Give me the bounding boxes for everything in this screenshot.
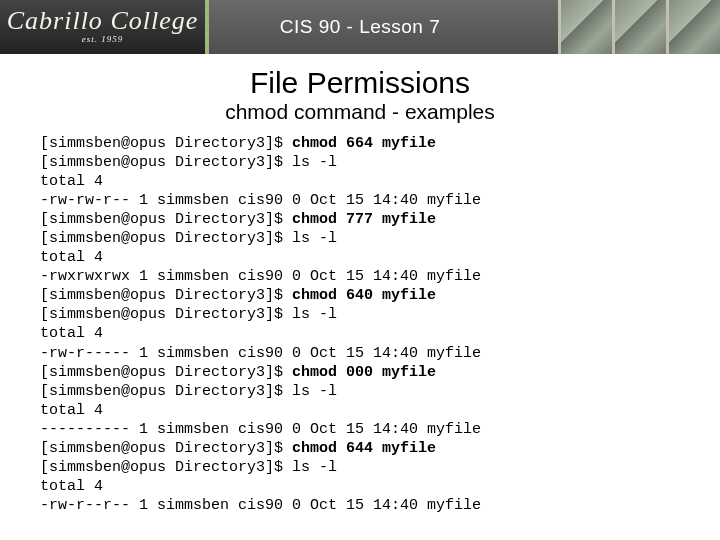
terminal-line: total 4 xyxy=(40,324,680,343)
terminal-line: [simmsben@opus Directory3]$ ls -l xyxy=(40,153,680,172)
terminal-line: -rw-rw-r-- 1 simmsben cis90 0 Oct 15 14:… xyxy=(40,191,680,210)
terminal-line: total 4 xyxy=(40,172,680,191)
terminal-line: ---------- 1 simmsben cis90 0 Oct 15 14:… xyxy=(40,420,680,439)
terminal-line: [simmsben@opus Directory3]$ chmod 640 my… xyxy=(40,286,680,305)
logo-text-2: College xyxy=(110,6,198,35)
terminal-line: [simmsben@opus Directory3]$ ls -l xyxy=(40,229,680,248)
terminal-line: total 4 xyxy=(40,401,680,420)
terminal-line: [simmsben@opus Directory3]$ chmod 664 my… xyxy=(40,134,680,153)
logo-established: est. 1959 xyxy=(82,34,124,44)
logo-text-1: Cabrillo xyxy=(7,6,103,35)
header-photo xyxy=(558,0,720,54)
terminal-line: total 4 xyxy=(40,477,680,496)
page-subtitle: chmod command - examples xyxy=(40,100,680,124)
terminal-line: [simmsben@opus Directory3]$ ls -l xyxy=(40,458,680,477)
photo-slab-icon xyxy=(666,0,720,54)
terminal-output: [simmsben@opus Directory3]$ chmod 664 my… xyxy=(40,134,680,515)
terminal-line: [simmsben@opus Directory3]$ chmod 644 my… xyxy=(40,439,680,458)
terminal-line: -rw-r--r-- 1 simmsben cis90 0 Oct 15 14:… xyxy=(40,496,680,515)
terminal-line: [simmsben@opus Directory3]$ chmod 000 my… xyxy=(40,363,680,382)
terminal-line: [simmsben@opus Directory3]$ ls -l xyxy=(40,305,680,324)
college-logo: Cabrillo College est. 1959 xyxy=(0,0,205,54)
photo-slab-icon xyxy=(558,0,612,54)
terminal-line: [simmsben@opus Directory3]$ ls -l xyxy=(40,382,680,401)
lesson-title: CIS 90 - Lesson 7 xyxy=(280,16,441,38)
terminal-line: total 4 xyxy=(40,248,680,267)
logo-divider xyxy=(205,0,209,54)
slide-content: File Permissions chmod command - example… xyxy=(0,54,720,515)
terminal-line: [simmsben@opus Directory3]$ chmod 777 my… xyxy=(40,210,680,229)
photo-slab-icon xyxy=(612,0,666,54)
terminal-line: -rw-r----- 1 simmsben cis90 0 Oct 15 14:… xyxy=(40,344,680,363)
terminal-line: -rwxrwxrwx 1 simmsben cis90 0 Oct 15 14:… xyxy=(40,267,680,286)
header-bar: Cabrillo College est. 1959 CIS 90 - Less… xyxy=(0,0,720,54)
page-title: File Permissions xyxy=(40,66,680,100)
